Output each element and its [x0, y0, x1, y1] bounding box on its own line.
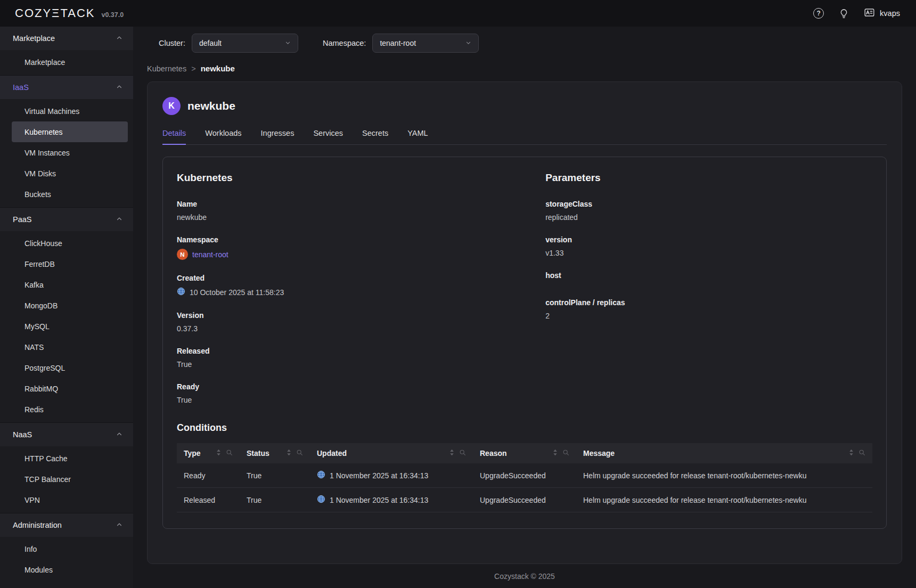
- sidebar-item-clickhouse[interactable]: ClickHouse: [12, 233, 128, 254]
- sidebar-item-modules[interactable]: Modules: [12, 559, 128, 580]
- field-label: version: [545, 235, 872, 244]
- sidebar-section-naas-wrap: NaaS HTTP Cache TCP Balancer VPN: [0, 423, 133, 513]
- sidebar-section-marketplace[interactable]: Marketplace: [0, 27, 133, 50]
- sidebar-item-label: PostgreSQL: [24, 364, 65, 372]
- sidebar-section-label: NaaS: [13, 430, 32, 439]
- field-k8s-version: version v1.33: [545, 235, 872, 257]
- field-value: replicated: [545, 213, 872, 222]
- chevron-up-icon: [116, 83, 122, 92]
- sidebar-item-mongodb[interactable]: MongoDB: [12, 295, 128, 316]
- chevron-down-icon: [465, 39, 471, 47]
- field-label: Ready: [177, 382, 545, 391]
- tab-ingresses[interactable]: Ingresses: [261, 129, 295, 144]
- sort-icon[interactable]: [216, 449, 221, 458]
- cluster-select[interactable]: default: [192, 34, 298, 53]
- sidebar-section-naas[interactable]: NaaS: [0, 423, 133, 446]
- column-header-reason[interactable]: Reason: [473, 443, 576, 463]
- search-icon[interactable]: [562, 449, 569, 458]
- details-left-column: Kubernetes Name newkube Namespace N tena…: [177, 172, 545, 418]
- sidebar-item-label: Tenants: [24, 586, 51, 588]
- sidebar-item-marketplace[interactable]: Marketplace: [12, 52, 128, 72]
- theme-lightbulb-icon[interactable]: [839, 9, 849, 19]
- field-storageclass: storageClass replicated: [545, 200, 872, 222]
- app-version: v0.37.0: [101, 11, 124, 19]
- column-header-message[interactable]: Message: [576, 443, 872, 463]
- field-label: Namespace: [177, 235, 545, 244]
- resource-card: K newkube Details Workloads Ingresses Se…: [147, 81, 902, 564]
- sidebar-section-administration[interactable]: Administration: [0, 513, 133, 537]
- sidebar-item-virtual-machines[interactable]: Virtual Machines: [12, 101, 128, 121]
- cell-type: Released: [177, 488, 240, 512]
- sidebar-section-label: Administration: [13, 521, 62, 529]
- sidebar-item-kubernetes[interactable]: Kubernetes: [12, 121, 128, 142]
- sidebar-item-info[interactable]: Info: [12, 538, 128, 559]
- search-icon[interactable]: [459, 449, 466, 458]
- column-header-updated[interactable]: Updated: [310, 443, 473, 463]
- field-label: Created: [177, 274, 545, 282]
- sidebar-item-nats[interactable]: NATS: [12, 337, 128, 357]
- sidebar-section-iaas[interactable]: IaaS: [0, 76, 133, 99]
- sort-icon[interactable]: [553, 449, 558, 458]
- sidebar-item-label: VM Instances: [24, 149, 70, 157]
- sidebar-item-mysql[interactable]: MySQL: [12, 316, 128, 337]
- sidebar-item-tcp-balancer[interactable]: TCP Balancer: [12, 469, 128, 489]
- sidebar-item-tenants[interactable]: Tenants: [12, 580, 128, 588]
- tab-workloads[interactable]: Workloads: [205, 129, 241, 144]
- namespace-link[interactable]: tenant-root: [192, 250, 228, 259]
- field-label: storageClass: [545, 200, 872, 208]
- sidebar-item-redis[interactable]: Redis: [12, 399, 128, 420]
- field-released: Released True: [177, 347, 545, 369]
- field-ready: Ready True: [177, 382, 545, 404]
- sidebar-section-paas[interactable]: PaaS: [0, 208, 133, 231]
- sidebar-item-postgresql[interactable]: PostgreSQL: [12, 357, 128, 378]
- search-icon[interactable]: [858, 449, 865, 458]
- sidebar-item-kafka[interactable]: Kafka: [12, 274, 128, 295]
- conditions-table: Type Status Updated Reason Message Ready…: [177, 443, 872, 512]
- namespace-select[interactable]: tenant-root: [372, 34, 479, 53]
- user-menu[interactable]: kvaps: [864, 7, 900, 20]
- username: kvaps: [880, 9, 900, 18]
- sidebar-item-label: ClickHouse: [24, 239, 62, 248]
- sidebar-item-http-cache[interactable]: HTTP Cache: [12, 448, 128, 469]
- sidebar-item-ferretdb[interactable]: FerretDB: [12, 254, 128, 274]
- column-header-type[interactable]: Type: [177, 443, 240, 463]
- column-label: Updated: [317, 449, 347, 458]
- breadcrumb-kubernetes[interactable]: Kubernetes: [147, 64, 186, 73]
- tab-yaml[interactable]: YAML: [407, 129, 428, 144]
- cell-status: True: [240, 488, 310, 512]
- globe-icon: [177, 287, 185, 297]
- tab-details[interactable]: Details: [162, 129, 186, 144]
- sidebar-item-rabbitmq[interactable]: RabbitMQ: [12, 378, 128, 399]
- table-row: Released True 1 November 2025 at 16:34:1…: [177, 488, 872, 512]
- sort-icon[interactable]: [849, 449, 854, 458]
- sidebar-item-vm-instances[interactable]: VM Instances: [12, 142, 128, 163]
- search-icon[interactable]: [296, 449, 303, 458]
- app-layout: Marketplace Marketplace IaaS Virtual Mac…: [0, 27, 916, 588]
- tab-services[interactable]: Services: [313, 129, 343, 144]
- column-label: Message: [583, 449, 615, 458]
- sort-icon[interactable]: [287, 449, 291, 458]
- tab-secrets[interactable]: Secrets: [362, 129, 388, 144]
- help-icon[interactable]: ?: [813, 8, 824, 19]
- search-icon[interactable]: [226, 449, 233, 458]
- namespace-select-value: tenant-root: [380, 39, 416, 47]
- field-host: host: [545, 271, 872, 284]
- header-actions: ? kvaps: [813, 7, 900, 20]
- sidebar-item-label: FerretDB: [24, 260, 55, 268]
- globe-icon: [317, 495, 325, 505]
- sidebar-item-vm-disks[interactable]: VM Disks: [12, 163, 128, 184]
- cell-updated: 1 November 2025 at 16:34:13: [310, 488, 473, 512]
- resource-avatar: K: [162, 97, 181, 115]
- sidebar: Marketplace Marketplace IaaS Virtual Mac…: [0, 27, 133, 588]
- field-value: 2: [545, 312, 872, 320]
- chevron-up-icon: [116, 34, 122, 43]
- app-logo: COZYΞTACK: [15, 6, 95, 20]
- column-header-status[interactable]: Status: [240, 443, 310, 463]
- sidebar-item-vpn[interactable]: VPN: [12, 489, 128, 510]
- sidebar-item-buckets[interactable]: Buckets: [12, 184, 128, 205]
- field-name: Name newkube: [177, 200, 545, 222]
- field-value: 0.37.3: [177, 324, 545, 333]
- sidebar-item-label: Kafka: [24, 281, 44, 289]
- field-label: Released: [177, 347, 545, 355]
- sort-icon[interactable]: [449, 449, 454, 458]
